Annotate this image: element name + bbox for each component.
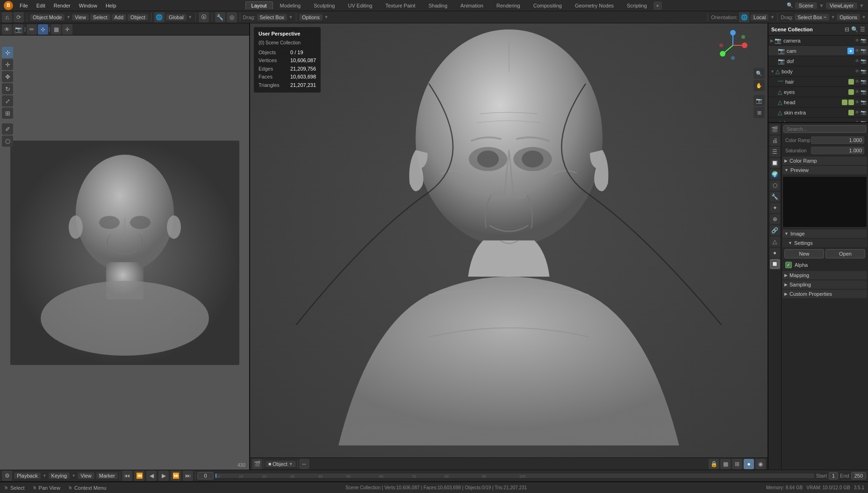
tab-uv-editing[interactable]: UV Editing <box>342 1 378 9</box>
prop-constraints-tab[interactable]: 🔗 <box>770 225 780 236</box>
img-view-btn[interactable]: 👁 <box>2 24 12 35</box>
alpha-item[interactable]: ✓ Alpha <box>782 260 867 270</box>
viewport-display-2[interactable]: ⊞ <box>732 459 742 469</box>
outliner-item-cam[interactable]: 📷 cam ● 👁 📷 <box>768 46 868 56</box>
prop-modifier-tab[interactable]: 🔧 <box>770 192 780 202</box>
outliner-item-eyes[interactable]: △ eyes 👁 📷 <box>768 87 868 97</box>
hair-render[interactable]: 📷 <box>861 79 866 84</box>
open-button[interactable]: Open <box>825 249 865 258</box>
tool-select[interactable]: ⊹ <box>2 47 13 58</box>
cam-vis[interactable]: 👁 <box>855 48 860 53</box>
outliner-item-head[interactable]: △ head 👁 📷 <box>768 97 868 107</box>
proportional-icon[interactable]: ◎ <box>227 12 237 22</box>
props-search-input[interactable] <box>783 125 866 133</box>
local-icon[interactable]: 🌐 <box>739 12 749 22</box>
skin-render[interactable]: 📷 <box>861 110 866 115</box>
outliner-item-skin-extra[interactable]: △ skin extra 👁 📷 <box>768 107 868 118</box>
timeline-options[interactable]: ⚙ <box>2 471 12 481</box>
tab-animation[interactable]: Animation <box>454 1 489 9</box>
head-render[interactable]: 📷 <box>861 100 866 105</box>
prev-keyframe-btn[interactable]: ⏪ <box>134 471 144 481</box>
eyes-vis[interactable]: 👁 <box>855 89 860 94</box>
custom-props-section[interactable]: ▶ Custom Properties <box>782 290 867 298</box>
color-ramp-section[interactable]: ▶ Color Ramp <box>782 157 867 165</box>
camera-view-icon[interactable]: 📷 <box>753 95 765 106</box>
timeline-view-btn[interactable]: View <box>78 472 94 479</box>
prop-physics-tab[interactable]: ⊕ <box>770 214 780 224</box>
prop-data-tab[interactable]: △ <box>770 236 780 247</box>
img-draw-btn[interactable]: ✏ <box>27 24 37 35</box>
tool-annotate[interactable]: ✐ <box>2 123 13 135</box>
pivot-icon[interactable]: ⦿ <box>199 12 209 22</box>
playback-btn[interactable]: Playback <box>14 472 41 479</box>
outliner-item-body[interactable]: ▼ △ body 👁 📷 <box>768 66 868 77</box>
options-btn[interactable]: Options <box>299 14 323 21</box>
object-btn[interactable]: Object <box>128 14 148 21</box>
menu-render[interactable]: Render <box>50 2 74 9</box>
tool-scale[interactable]: ⤢ <box>2 95 13 107</box>
go-to-start-btn[interactable]: ⏮ <box>122 471 132 481</box>
skin-vis[interactable]: 👁 <box>855 110 860 115</box>
prop-scene-tab[interactable]: 🔲 <box>770 158 780 168</box>
new-button[interactable]: New <box>784 249 824 258</box>
play-reverse-btn[interactable]: ◀ <box>146 471 157 481</box>
head-vis[interactable]: 👁 <box>855 100 860 105</box>
outliner-item-dof[interactable]: 📷 dof 👁 📷 <box>768 56 868 66</box>
blender-logo[interactable]: B <box>4 1 13 10</box>
tab-layout[interactable]: Layout <box>245 1 273 9</box>
menu-window[interactable]: Window <box>75 2 101 9</box>
status-select[interactable]: 🖱 Select <box>4 485 25 491</box>
tab-sculpting[interactable]: Sculpting <box>308 1 341 9</box>
cam-render[interactable]: 📷 <box>861 48 866 53</box>
toggle-grid-icon[interactable]: ⊞ <box>753 107 765 118</box>
select-btn[interactable]: Select <box>90 14 110 21</box>
options-right-btn[interactable]: Options <box>837 14 860 21</box>
search-icon[interactable]: 🔍 <box>851 26 858 33</box>
prop-output-tab[interactable]: 🖨 <box>770 136 780 146</box>
camera-btn[interactable]: 🎬 <box>252 459 262 469</box>
render-icon[interactable]: 📷 <box>861 38 866 43</box>
marker-btn[interactable]: Marker <box>96 472 118 479</box>
outliner-item-torso[interactable]: △ torso 👁 📷 <box>768 118 868 122</box>
viewport-overlay[interactable]: ◉ <box>755 459 766 469</box>
eyes-render[interactable]: 📷 <box>861 89 866 94</box>
prop-material-tab[interactable]: ● <box>770 248 780 258</box>
alpha-check[interactable]: ✓ <box>785 262 792 268</box>
prop-world-tab[interactable]: 🌍 <box>770 169 780 179</box>
tool-cube[interactable]: ⬡ <box>2 136 13 147</box>
object-mode-dropdown[interactable]: Object Mode <box>30 14 65 21</box>
prop-view-layer-tab[interactable]: ☰ <box>770 147 780 157</box>
zoom-icon[interactable]: 🔍 <box>753 68 765 79</box>
orientation-gizmo[interactable] <box>716 28 751 63</box>
prop-render-tab[interactable]: 🎬 <box>770 124 780 135</box>
status-pan[interactable]: 🖱 Pan View <box>32 485 60 491</box>
sampling-section[interactable]: ▶ Sampling <box>782 280 867 289</box>
mapping-section[interactable]: ▶ Mapping <box>782 271 867 279</box>
tab-modeling[interactable]: Modeling <box>274 1 307 9</box>
tool-move[interactable]: ✥ <box>2 71 13 82</box>
viewport-3d[interactable]: User Perspective (0) Scene Collection Ob… <box>250 23 768 457</box>
keying-btn[interactable]: Keying <box>49 472 70 479</box>
dof-vis[interactable]: 👁 <box>855 58 860 64</box>
preview-section-header[interactable]: ▼ Preview <box>782 166 867 174</box>
body-vis[interactable]: 👁 <box>855 69 860 74</box>
filter-icon[interactable]: ⊟ <box>845 26 849 33</box>
menu-edit[interactable]: Edit <box>33 2 49 9</box>
transform-icon[interactable]: ↔ <box>299 459 309 469</box>
tab-scripting[interactable]: Scripting <box>621 1 653 9</box>
tab-rendering[interactable]: Rendering <box>490 1 526 9</box>
snap-icon[interactable]: 🔧 <box>215 12 225 22</box>
tab-shading[interactable]: Shading <box>423 1 453 9</box>
dof-render[interactable]: 📷 <box>861 58 866 64</box>
orient-icon[interactable]: 🌐 <box>154 12 165 22</box>
drag-mode-dropdown[interactable]: Select Box <box>257 14 287 21</box>
add-btn[interactable]: Add <box>112 14 127 21</box>
current-frame[interactable]: 0 <box>197 472 214 479</box>
toolbar-icon-1[interactable]: ⎌ <box>2 12 12 22</box>
image-section-header[interactable]: ▼ Image <box>782 229 867 238</box>
lock-icon[interactable]: 🔒 <box>709 459 719 469</box>
img-mode-btn[interactable]: 📷 <box>13 24 23 35</box>
viewport-shading[interactable]: ● <box>744 459 754 469</box>
img-mask-btn[interactable]: ▦ <box>51 24 61 35</box>
image-viewport[interactable]: 430 <box>0 36 249 470</box>
